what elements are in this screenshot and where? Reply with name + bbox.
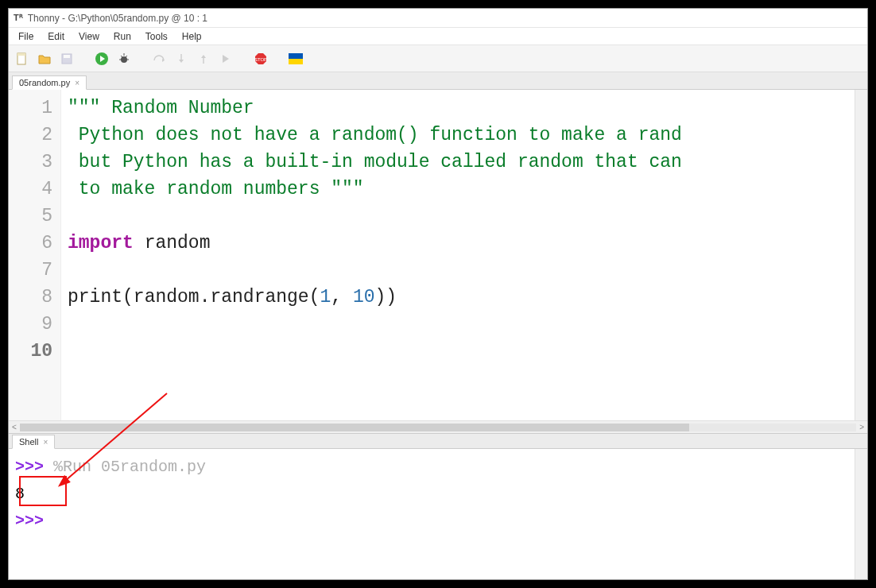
close-icon[interactable]: × [75,79,79,87]
svg-line-10 [121,56,122,57]
menu-tools[interactable]: Tools [139,29,174,44]
code-editor[interactable]: 12345 678910 """ Random Number Python do… [9,90,867,420]
shell-vertical-scrollbar[interactable] [855,449,867,579]
editor-vertical-scrollbar[interactable] [855,90,867,420]
open-file-icon [38,52,51,65]
svg-rect-20 [289,53,303,59]
svg-marker-17 [223,55,229,63]
stop-icon: STOP [254,52,268,66]
resume-button[interactable] [217,50,235,68]
step-out-icon [197,52,210,65]
run-button[interactable] [93,50,110,68]
menu-view[interactable]: View [72,29,106,44]
flag-icon [289,53,303,64]
thonny-window: Tᴿ Thonny - G:\Python\05random.py @ 10 :… [8,8,868,580]
close-icon[interactable]: × [43,438,48,447]
scroll-right-icon[interactable]: > [859,423,864,431]
resume-icon [219,52,232,65]
app-logo-icon: Tᴿ [14,13,23,23]
code-area[interactable]: """ Random Number Python does not have a… [61,90,855,420]
shell-prompt: >>> [15,458,44,476]
debug-button[interactable] [115,50,133,68]
menu-help[interactable]: Help [176,29,208,44]
shell-tabbar: Shell × [9,433,867,449]
shell-prompt: >>> [15,512,44,530]
editor-tabbar: 05random.py × [9,72,867,90]
step-out-button[interactable] [195,50,212,68]
scroll-track[interactable] [20,424,856,431]
open-file-button[interactable] [36,50,53,68]
svg-rect-21 [289,59,303,64]
ukraine-flag-button[interactable] [287,50,304,68]
window-title: Thonny - G:\Python\05random.py @ 10 : 1 [28,13,207,24]
titlebar: Tᴿ Thonny - G:\Python\05random.py @ 10 :… [9,9,867,28]
shell-tab[interactable]: Shell × [12,435,55,449]
new-file-button[interactable] [14,50,31,68]
menu-run[interactable]: Run [107,29,138,44]
line-gutter: 12345 678910 [9,90,61,420]
save-file-icon [60,52,73,65]
save-file-button[interactable] [58,50,76,68]
editor-tab[interactable]: 05random.py × [12,75,87,90]
svg-point-6 [121,56,127,63]
new-file-icon [16,52,29,65]
shell-output: 8 [15,485,25,503]
shell-run-command: %Run 05random.py [53,458,206,476]
step-into-button[interactable] [172,50,190,68]
svg-rect-3 [64,55,70,58]
debug-icon [118,52,130,65]
stop-button[interactable]: STOP [252,50,269,68]
svg-line-11 [126,56,127,57]
shell-tab-label: Shell [19,437,38,447]
svg-text:STOP: STOP [254,57,267,62]
toolbar: STOP [9,45,867,72]
step-into-icon [175,52,188,65]
scroll-thumb[interactable] [20,424,689,431]
step-over-icon [153,52,165,65]
svg-marker-14 [179,60,184,63]
step-over-button[interactable] [150,50,168,68]
run-icon [95,52,109,66]
scroll-left-icon[interactable]: < [12,423,17,431]
menubar: File Edit View Run Tools Help [9,28,867,45]
menu-file[interactable]: File [12,29,40,44]
menu-edit[interactable]: Edit [41,29,71,44]
shell-panel[interactable]: >>> %Run 05random.py 8 >>> [9,449,867,579]
svg-rect-1 [17,53,25,56]
editor-tab-label: 05random.py [19,78,70,87]
editor-horizontal-scrollbar[interactable]: < > [9,420,867,433]
svg-marker-16 [201,55,206,58]
